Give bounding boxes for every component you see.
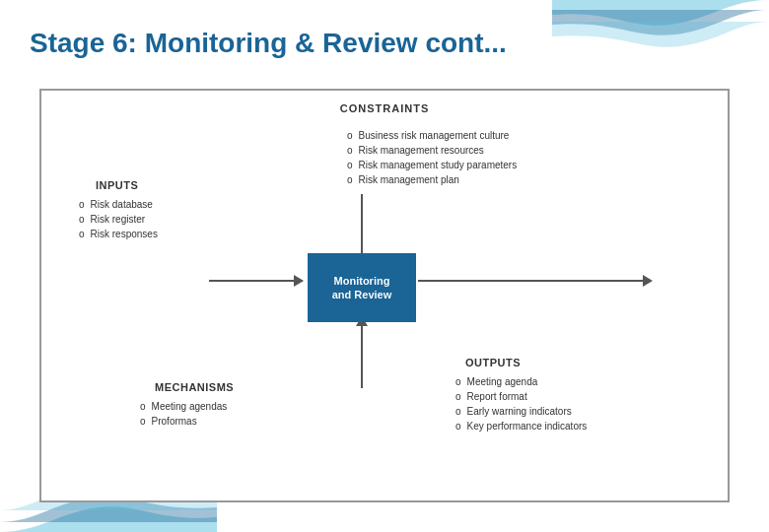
outputs-list: Meeting agenda Report format Early warni…	[455, 376, 587, 435]
list-item: Proformas	[140, 416, 227, 427]
list-item: Meeting agendas	[140, 401, 227, 412]
list-item: Key performance indicators	[455, 421, 587, 432]
list-item: Risk database	[79, 199, 158, 210]
constraints-list: Business risk management culture Risk ma…	[347, 130, 517, 189]
outputs-label: OUTPUTS	[465, 357, 521, 368]
arrow-vertical-down	[361, 194, 363, 258]
diagram-container: CONSTRAINTS Business risk management cul…	[39, 89, 730, 502]
inputs-list: Risk database Risk register Risk respons…	[79, 199, 158, 243]
list-item: Risk management plan	[347, 174, 517, 185]
list-item: Business risk management culture	[347, 130, 517, 141]
mechanisms-list: Meeting agendas Proformas	[140, 401, 227, 431]
wave-top-right-decoration	[552, 0, 769, 64]
list-item: Report format	[455, 391, 587, 402]
monitoring-review-box: Monitoring and Review	[308, 253, 416, 322]
list-item: Early warning indicators	[455, 406, 587, 417]
arrow-vertical-up	[361, 324, 363, 388]
list-item: Risk management study parameters	[347, 160, 517, 170]
arrow-right	[418, 280, 645, 282]
list-item: Risk management resources	[347, 145, 517, 156]
list-item: Risk register	[79, 214, 158, 225]
inputs-label: INPUTS	[96, 179, 138, 191]
mechanisms-label: MECHANISMS	[155, 381, 234, 393]
constraints-label: CONSTRAINTS	[340, 102, 429, 114]
center-box-text: Monitoring and Review	[332, 274, 392, 302]
arrow-left	[209, 280, 303, 282]
list-item: Meeting agenda	[455, 376, 587, 387]
list-item: Risk responses	[79, 229, 158, 239]
page-title: Stage 6: Monitoring & Review cont...	[30, 28, 507, 59]
